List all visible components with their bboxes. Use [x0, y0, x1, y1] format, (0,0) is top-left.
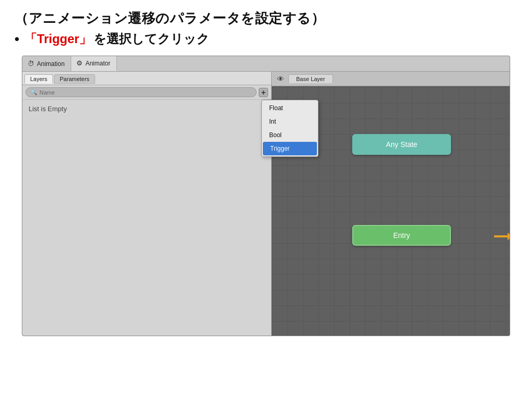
tab-bar: ⏱ Animation ⚙ Animator — [22, 56, 510, 72]
dropdown-item-bool[interactable]: Bool — [262, 128, 318, 142]
tab-parameters[interactable]: Parameters — [54, 74, 95, 84]
animator-icon: ⚙ — [76, 59, 83, 67]
add-parameter-button[interactable]: + — [259, 88, 268, 97]
search-bar: 🔍 Name + — [22, 85, 271, 100]
main-area: Layers Parameters 🔍 Name + List is Empty — [22, 72, 510, 336]
search-placeholder-text: Name — [39, 89, 55, 96]
bullet-dot: • — [15, 31, 19, 47]
entry-node[interactable]: Entry — [352, 225, 451, 246]
search-input-wrapper: 🔍 Name — [25, 87, 257, 97]
animation-tab[interactable]: ⏱ Animation — [22, 56, 71, 71]
any-state-node[interactable]: Any State — [352, 134, 451, 155]
bullet-line: • 「Trigger」 を選択してクリック — [15, 31, 517, 47]
unity-window: ⏱ Animation ⚙ Animator Layers Parameters — [22, 56, 510, 336]
dropdown-item-float[interactable]: Float — [262, 101, 318, 115]
animator-header: 👁 Base Layer — [272, 72, 510, 86]
page-container: （アニメーション遷移のパラメータを設定する） • 「Trigger」 を選択して… — [0, 0, 532, 399]
left-panel: Layers Parameters 🔍 Name + List is Empty — [22, 72, 272, 336]
eye-icon: 👁 — [277, 75, 284, 83]
animation-tab-label: Animation — [37, 60, 64, 68]
dropdown-item-int[interactable]: Int — [262, 115, 318, 128]
bullet-text-rest: を選択してクリック — [94, 31, 209, 47]
base-layer-tab[interactable]: Base Layer — [288, 74, 333, 83]
animator-tab[interactable]: ⚙ Animator — [71, 56, 117, 71]
search-icon: 🔍 — [30, 89, 37, 96]
page-title: （アニメーション遷移のパラメータを設定する） — [15, 9, 517, 28]
clock-icon: ⏱ — [28, 60, 34, 68]
tab-layers[interactable]: Layers — [24, 74, 53, 84]
list-empty-text: List is Empty — [22, 100, 271, 118]
dropdown-item-trigger[interactable]: Trigger — [263, 142, 317, 155]
trigger-highlight: 「Trigger」 — [24, 31, 91, 47]
animator-tab-label: Animator — [85, 60, 110, 67]
sub-tab-bar: Layers Parameters — [22, 72, 271, 85]
entry-transition-arrow — [494, 235, 510, 237]
dropdown-menu: Float Int Bool Trigger — [261, 100, 318, 157]
